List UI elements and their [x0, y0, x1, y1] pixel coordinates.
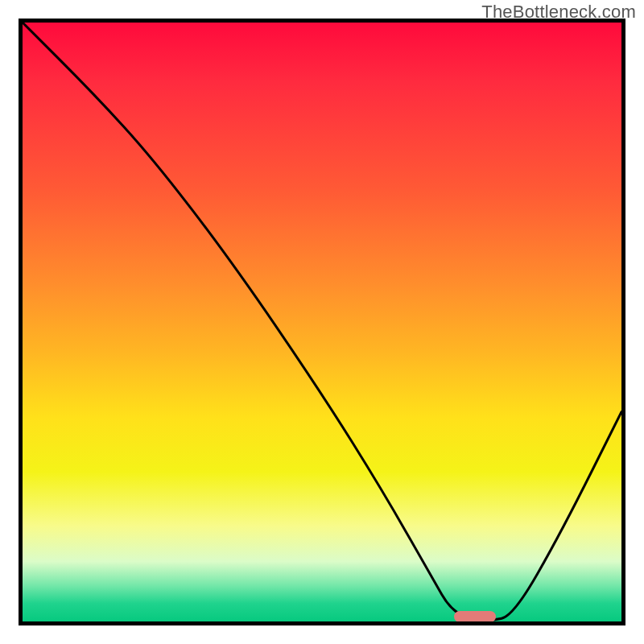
bottleneck-curve	[23, 23, 621, 621]
watermark-text: TheBottleneck.com	[481, 2, 636, 23]
plot-area	[19, 19, 625, 625]
optimal-zone-marker	[454, 611, 496, 622]
chart-frame: TheBottleneck.com	[0, 0, 644, 644]
